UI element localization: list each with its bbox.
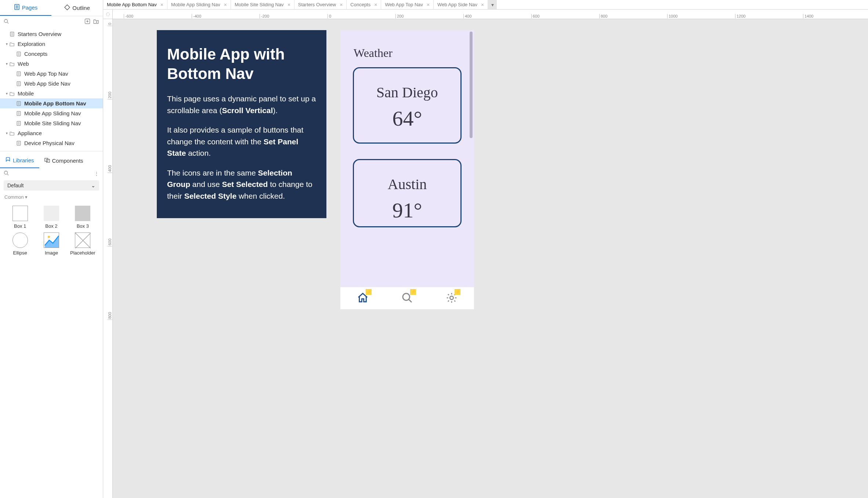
file-tab[interactable]: Mobile Site Sliding Nav× xyxy=(231,0,294,9)
search-icon[interactable] xyxy=(4,170,9,177)
tree-item-device-physical-nav[interactable]: Device Physical Nav xyxy=(0,138,103,148)
tree-item-label: Mobile App Bottom Nav xyxy=(24,100,86,107)
page-icon xyxy=(15,111,22,116)
ruler-tick: 400 xyxy=(463,14,471,18)
close-icon[interactable]: × xyxy=(224,2,227,8)
more-icon[interactable]: ⋮ xyxy=(94,171,99,177)
ruler-tick: 1400 xyxy=(803,14,813,18)
close-icon[interactable]: × xyxy=(340,2,343,8)
tree-item-label: Concepts xyxy=(24,51,47,57)
svg-point-52 xyxy=(403,293,410,300)
tree-item-mobile-app-bottom-nav[interactable]: Mobile App Bottom Nav xyxy=(0,98,103,108)
info-title: Mobile App with Bottom Nav xyxy=(167,45,316,83)
tree-item-mobile-app-sliding-nav[interactable]: Mobile App Sliding Nav xyxy=(0,108,103,118)
nav-home[interactable]: ⚡ xyxy=(357,292,369,305)
ruler-tick: 800 xyxy=(599,14,607,18)
svg-point-45 xyxy=(4,171,8,174)
close-icon[interactable]: × xyxy=(287,2,290,8)
widget-box-1[interactable]: Box 1 xyxy=(5,206,35,229)
ruler-vertical[interactable]: 0200400600800 xyxy=(103,19,113,498)
close-icon[interactable]: × xyxy=(160,2,163,8)
scrollbar-thumb[interactable] xyxy=(470,32,473,138)
tree-item-concepts[interactable]: Concepts xyxy=(0,49,103,59)
mobile-mockup[interactable]: Weather San Diego 64° Austin 91° xyxy=(340,30,474,309)
widget-placeholder[interactable]: Placeholder xyxy=(68,232,98,256)
ruler-corner[interactable] xyxy=(103,10,113,19)
tab-components[interactable]: Components xyxy=(39,153,88,168)
tree-item-label: Web xyxy=(18,61,29,67)
svg-line-46 xyxy=(7,174,9,176)
interaction-badge: ⚡ xyxy=(455,289,460,295)
tree-item-label: Device Physical Nav xyxy=(24,140,75,146)
ruler-tick: -400 xyxy=(192,14,201,18)
file-tab[interactable]: Web App Side Nav× xyxy=(434,0,488,9)
ruler-tick: 0 xyxy=(328,14,331,18)
nav-settings[interactable]: ⚡ xyxy=(446,292,457,305)
tree-item-web[interactable]: ▾Web xyxy=(0,59,103,69)
tab-overflow[interactable]: ▾ xyxy=(488,0,497,9)
file-tab[interactable]: Starters Overview× xyxy=(294,0,347,9)
widget-box-2[interactable]: Box 2 xyxy=(36,206,66,229)
tab-outline[interactable]: Outline xyxy=(51,0,103,16)
file-tab[interactable]: Concepts× xyxy=(347,0,381,9)
widget-label: Ellipse xyxy=(13,250,27,256)
nav-search[interactable]: ⚡ xyxy=(401,292,413,305)
info-panel[interactable]: Mobile App with Bottom Nav This page use… xyxy=(157,30,326,218)
tab-pages[interactable]: Pages xyxy=(0,0,51,16)
file-tab-label: Web App Top Nav xyxy=(385,2,423,7)
canvas-viewport[interactable]: Mobile App with Bottom Nav This page use… xyxy=(113,19,868,498)
canvas-body: -600-400-2000200400600800100012001400 02… xyxy=(103,10,868,498)
widget-label: Box 2 xyxy=(45,223,57,229)
weather-card[interactable]: Austin 91° xyxy=(353,159,462,227)
ruler-horizontal[interactable]: -600-400-2000200400600800100012001400 xyxy=(113,10,868,19)
weather-card[interactable]: San Diego 64° xyxy=(353,67,462,144)
tree-item-label: Mobile xyxy=(18,90,34,97)
tree-item-exploration[interactable]: ▾Exploration xyxy=(0,39,103,49)
close-icon[interactable]: × xyxy=(374,2,377,8)
caret-icon: ▾ xyxy=(4,131,9,135)
file-tab[interactable]: Mobile App Sliding Nav× xyxy=(167,0,231,9)
tree-item-web-app-side-nav[interactable]: Web App Side Nav xyxy=(0,79,103,89)
file-tab[interactable]: Web App Top Nav× xyxy=(381,0,434,9)
pages-tree: Starters Overview▾ExplorationConcepts▾We… xyxy=(0,28,103,149)
svg-line-53 xyxy=(409,299,412,302)
widget-ellipse[interactable]: Ellipse xyxy=(5,232,35,256)
tab-libraries-label: Libraries xyxy=(13,157,34,163)
file-tab[interactable]: Mobile App Bottom Nav× xyxy=(103,0,167,9)
tree-item-label: Exploration xyxy=(18,41,45,47)
tree-item-mobile-site-sliding-nav[interactable]: Mobile Site Sliding Nav xyxy=(0,118,103,128)
ruler-tick: 200 xyxy=(395,14,404,18)
svg-point-4 xyxy=(4,19,8,23)
caret-icon: ▾ xyxy=(4,62,9,66)
svg-point-54 xyxy=(450,296,453,299)
tree-item-label: Mobile Site Sliding Nav xyxy=(24,120,81,126)
search-icon[interactable] xyxy=(4,19,9,25)
widget-image[interactable]: Image xyxy=(36,232,66,256)
tree-item-label: Starters Overview xyxy=(18,31,61,37)
tree-item-mobile[interactable]: ▾Mobile xyxy=(0,89,103,98)
add-folder-icon[interactable] xyxy=(93,18,99,25)
interaction-badge: ⚡ xyxy=(410,289,416,295)
ruler-tick: 1000 xyxy=(667,14,677,18)
widgets-grid: Box 1Box 2Box 3EllipseImagePlaceholder xyxy=(0,202,103,259)
folder-icon xyxy=(9,61,15,66)
close-icon[interactable]: × xyxy=(481,2,484,8)
components-icon xyxy=(44,157,50,164)
widget-label: Image xyxy=(45,250,58,256)
ruler-tick: 800 xyxy=(108,315,112,320)
tab-libraries[interactable]: Libraries xyxy=(0,153,39,168)
page-icon xyxy=(15,101,22,106)
outline-icon xyxy=(64,4,70,11)
library-category[interactable]: Common ▾ xyxy=(0,192,103,202)
widget-box-3[interactable]: Box 3 xyxy=(68,206,98,229)
tree-item-starters-overview[interactable]: Starters Overview xyxy=(0,29,103,39)
libraries-search-input[interactable] xyxy=(12,171,91,176)
tree-item-web-app-top-nav[interactable]: Web App Top Nav xyxy=(0,69,103,79)
library-select[interactable]: Default ⌄ xyxy=(4,180,99,191)
widget-label: Box 1 xyxy=(14,223,26,229)
add-page-icon[interactable] xyxy=(84,18,90,25)
close-icon[interactable]: × xyxy=(427,2,430,8)
pages-search-input[interactable] xyxy=(12,19,82,25)
file-tabbar: Mobile App Bottom Nav×Mobile App Sliding… xyxy=(103,0,868,10)
tree-item-appliance[interactable]: ▾Appliance xyxy=(0,128,103,138)
